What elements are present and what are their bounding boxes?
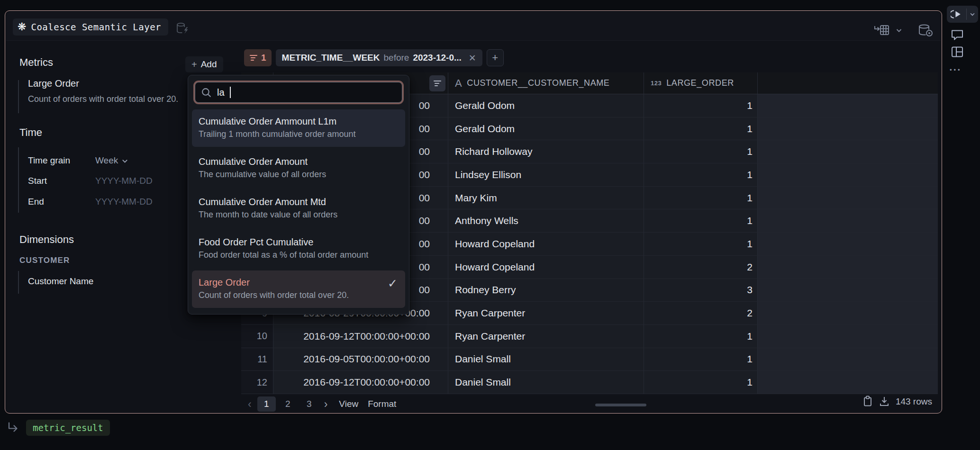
view-button[interactable]: View [339,399,358,409]
horizontal-scrollbar-thumb[interactable] [595,404,646,406]
value-cell: 1 [644,233,758,255]
result-variable-pill[interactable]: metric_result [26,420,110,436]
comment-icon[interactable] [951,28,964,41]
column-header-customer_name[interactable]: ACUSTOMER__CUSTOMER_NAME [448,72,644,94]
row-count-label: 143 rows [896,396,932,407]
value-cell: 1 [644,209,758,232]
filler-cell [758,371,938,394]
number-type-icon: 123 [651,80,662,87]
row-index-cell: 12 [241,371,273,394]
filler-cell [758,256,938,279]
value-cell: 2 [644,256,758,279]
table-row: 102016-09-12T00:00:00+00:00Ryan Carpente… [241,325,938,348]
filter-chip[interactable]: METRIC_TIME__WEEK before 2023-12-0... ✕ [276,49,482,66]
metric-option[interactable]: Food Order Pct CumulativeFood order tota… [192,230,405,268]
metric-option-title: Food Order Pct Cumulative [199,235,399,249]
customer-cell: Gerald Odom [448,117,644,140]
run-icon [947,9,966,20]
value-cell: 1 [644,94,758,117]
end-date-input[interactable]: YYYY-MM-DD [95,197,153,207]
add-metric-button[interactable]: + Add [185,56,223,72]
value-cell: 1 [644,325,758,348]
metric-option-subtitle: Trailing 1 month cumulative order amount [199,128,399,141]
metric-option[interactable]: Cumulative Order Ammount L1mTrailing 1 m… [192,109,405,147]
next-page-icon[interactable]: › [322,398,330,411]
filler-cell [758,163,938,186]
date-cell: 2016-09-12T00:00:00+00:00 [273,325,448,348]
metric-option-list: Cumulative Order Ammount L1mTrailing 1 m… [192,109,405,311]
filler-cell [758,302,938,324]
customer-cell: Daniel Small [448,371,644,394]
filler-cell [758,209,938,232]
page-number-2[interactable]: 2 [279,396,297,412]
semantic-layer-badge[interactable]: ❋ Coalesce Semantic Layer [13,18,168,36]
metric-item-description: Count of orders with order total over 20… [28,94,178,104]
column-filter-button[interactable] [429,75,445,91]
customer-cell: Richard Holloway [448,140,644,163]
copy-table-icon[interactable] [862,396,873,407]
metric-item-title[interactable]: Large Order [28,78,79,89]
value-cell: 1 [644,117,758,140]
date-cell: 2016-09-12T00:00:00+00:00 [273,371,448,394]
dimension-item[interactable]: Customer Name [28,276,93,287]
filter-operator: before [384,53,409,63]
time-indent-line [18,147,19,213]
page-numbers: 123 [257,396,318,412]
add-filter-button[interactable]: + [487,49,504,66]
remove-filter-icon[interactable]: ✕ [469,53,476,63]
metrics-heading: Metrics [19,56,53,69]
more-options-icon[interactable]: ••• [950,66,962,73]
column-header-label: LARGE_ORDER [666,78,734,88]
metric-search-input[interactable]: la [195,82,402,103]
metric-option-subtitle: The cumulative value of all orders [199,168,399,181]
metric-option-title: Cumulative Order Ammount L1m [199,115,399,128]
page-number-1[interactable]: 1 [257,396,276,412]
row-count-area: 143 rows [862,396,932,407]
filler-cell [758,117,938,140]
filter-count-badge[interactable]: 1 [244,49,272,66]
filter-bar: 1 METRIC_TIME__WEEK before 2023-12-0... … [244,49,504,66]
send-to-table-icon[interactable] [874,24,890,37]
cell-result-row: metric_result [7,420,110,436]
start-date-input[interactable]: YYYY-MM-DD [95,176,153,186]
layout-table-icon[interactable] [951,45,964,58]
value-cell: 1 [644,371,758,394]
download-icon[interactable] [879,396,889,407]
start-label: Start [28,176,47,186]
metrics-indent-line [18,80,19,113]
run-cell-button[interactable] [947,6,978,23]
customer-cell: Anthony Wells [448,209,644,232]
value-cell: 1 [644,163,758,186]
metric-option[interactable]: Large OrderCount of orders with order to… [192,270,405,308]
metric-option-title: Cumulative Order Amount Mtd [199,195,399,208]
pagination-bar: ‹ 123 › View Format [242,394,396,414]
value-cell: 1 [644,187,758,209]
metric-option[interactable]: Cumulative Order AmountThe cumulative va… [192,150,405,187]
column-header-large_order[interactable]: 123LARGE_ORDER [644,72,758,94]
metric-cell-panel: ❋ Coalesce Semantic Layer [5,10,942,414]
database-preview-icon[interactable] [917,23,934,37]
customer-cell: Howard Copeland [448,256,644,279]
customer-cell: Ryan Carpenter [448,325,644,348]
page-number-3[interactable]: 3 [300,396,318,412]
metric-search-dropdown: la Cumulative Order Ammount L1mTrailing … [188,75,409,315]
value-cell: 3 [644,279,758,302]
format-button[interactable]: Format [368,399,396,409]
plus-icon: + [191,59,197,70]
run-options-chevron-icon[interactable] [967,11,978,18]
customer-cell: Mary Kim [448,187,644,209]
customer-cell: Gerald Odom [448,94,644,117]
chevron-down-icon [121,157,128,164]
filler-cell [758,233,938,255]
prev-page-icon[interactable]: ‹ [246,398,254,411]
chevron-down-icon[interactable] [895,27,903,34]
value-cell: 1 [644,140,758,163]
notebook-cell-canvas: ❋ Coalesce Semantic Layer [0,0,980,450]
snowflake-logo-icon: ❋ [18,22,26,32]
text-type-icon: A [455,77,462,90]
metric-option-subtitle: Count of orders with order total over 20… [199,289,399,302]
metric-option[interactable]: Cumulative Order Amount MtdThe month to … [192,190,405,227]
time-grain-select[interactable]: Week [95,155,128,166]
metric-option-title: Cumulative Order Amount [199,155,399,168]
return-arrow-icon [7,421,21,435]
